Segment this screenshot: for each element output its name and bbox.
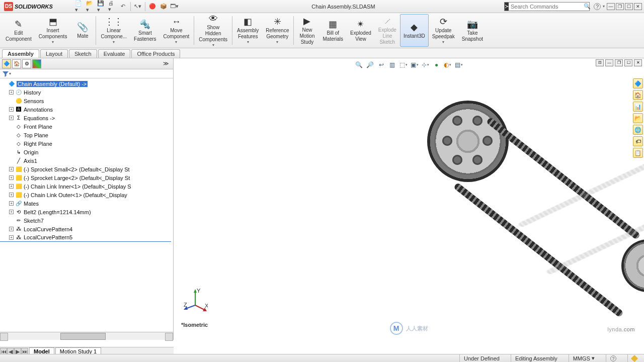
tree-node[interactable]: 🟡Sensors bbox=[0, 97, 173, 105]
doc-tab-assembly[interactable]: Assembly bbox=[2, 49, 39, 58]
property-manager-tab-icon[interactable]: 🏠 bbox=[12, 59, 21, 68]
zoom-area-icon[interactable]: 🔎 bbox=[366, 60, 375, 69]
doc-tab-office-products[interactable]: Office Products bbox=[131, 49, 180, 58]
feature-tree[interactable]: 🔷Chain Assembly (Default) ->+🕘History🟡Se… bbox=[0, 78, 173, 332]
filter-bar[interactable]: ▾ bbox=[0, 69, 173, 78]
ribbon-assembly[interactable]: ◧Assembly Features bbox=[233, 14, 262, 47]
status-rebuild-icon[interactable] bbox=[631, 354, 638, 361]
restore-button[interactable]: ❐ bbox=[616, 3, 624, 10]
tree-node[interactable]: +ΣEquations -> bbox=[0, 114, 173, 122]
tree-node[interactable]: ◇Top Plane bbox=[0, 131, 173, 139]
ribbon-smart[interactable]: 🔩Smart Fasteners bbox=[130, 14, 159, 47]
ribbon-edit[interactable]: ✎Edit Component bbox=[2, 14, 35, 47]
tree-node[interactable]: ✏Sketch7 bbox=[0, 216, 173, 225]
expand-icon[interactable]: + bbox=[9, 227, 14, 231]
expand-icon[interactable]: + bbox=[9, 90, 14, 95]
status-units[interactable]: MMGS ▾ bbox=[569, 354, 599, 362]
sw-resources-icon[interactable]: 🔷 bbox=[633, 78, 643, 88]
rebuild-icon[interactable]: 🔴 bbox=[148, 3, 156, 11]
tree-node[interactable]: 🔷Chain Assembly (Default) -> bbox=[0, 79, 173, 88]
ribbon-insert[interactable]: ⬒Insert Components bbox=[35, 14, 71, 47]
expand-icon[interactable]: + bbox=[9, 193, 14, 197]
tree-node[interactable]: +🅰Annotations bbox=[0, 105, 173, 114]
tree-node[interactable]: +🕘History bbox=[0, 88, 173, 97]
dropdown-arrow-icon[interactable] bbox=[276, 40, 278, 45]
vp-a-icon[interactable]: ⊡ bbox=[596, 59, 604, 66]
status-help-icon[interactable]: ? bbox=[610, 355, 616, 361]
scene-icon[interactable]: ◐ bbox=[443, 60, 452, 69]
expand-icon[interactable]: + bbox=[9, 235, 14, 240]
settings-icon[interactable]: 🗔▾ bbox=[171, 3, 179, 11]
expand-icon[interactable]: + bbox=[9, 175, 14, 180]
dropdown-arrow-icon[interactable] bbox=[212, 43, 214, 48]
tree-node[interactable]: +🟨(-) Sprocket Small<2> (Default<_Displa… bbox=[0, 165, 173, 173]
expand-icon[interactable]: + bbox=[9, 107, 14, 112]
expand-icon[interactable]: + bbox=[9, 116, 14, 120]
new-doc-icon[interactable]: 📄▾ bbox=[75, 3, 83, 11]
doc-tab-layout[interactable]: Layout bbox=[40, 49, 68, 58]
print-icon[interactable]: 🖨▾ bbox=[108, 3, 116, 11]
search-input[interactable] bbox=[509, 4, 582, 10]
select-icon[interactable]: ↖▾ bbox=[134, 3, 142, 11]
tree-node[interactable]: ◇Right Plane bbox=[0, 139, 173, 148]
vp-max-icon[interactable]: ☐ bbox=[624, 59, 632, 66]
tree-node[interactable]: ↳Origin bbox=[0, 148, 173, 156]
section-view-icon[interactable]: ▥ bbox=[388, 60, 397, 69]
ribbon-new[interactable]: ▶New Motion Study bbox=[295, 14, 319, 47]
ribbon-exploded[interactable]: ✴Exploded View bbox=[347, 14, 375, 47]
display-manager-tab-icon[interactable] bbox=[32, 59, 41, 68]
ribbon-reference[interactable]: ✳Reference Geometry bbox=[262, 14, 292, 47]
ribbon-mate[interactable]: 📎Mate bbox=[70, 14, 95, 47]
dropdown-arrow-icon[interactable] bbox=[442, 40, 444, 45]
graphics-viewport[interactable]: 🔍 🔎 ↩ ▥ ⬚ ▣ ⊹ ● ◐ ▤ ⊡ — ❐ ☐ ✕ 🔷 🏠 📊 📂 🌐 … bbox=[174, 58, 644, 340]
horizontal-scrollbar[interactable] bbox=[0, 332, 173, 340]
dropdown-arrow-icon[interactable] bbox=[175, 40, 177, 45]
tree-node[interactable]: +🟨(-) Sprocket Large<2> (Default<_Displa… bbox=[0, 173, 173, 182]
view-orientation-icon[interactable]: ⬚ bbox=[399, 60, 408, 69]
prev-view-icon[interactable]: ↩ bbox=[377, 60, 386, 69]
doc-tab-evaluate[interactable]: Evaluate bbox=[98, 49, 131, 58]
tree-node[interactable]: +🔗Mates bbox=[0, 199, 173, 208]
expand-icon[interactable]: + bbox=[9, 184, 14, 189]
search-commands[interactable]: ≻ 🔍 bbox=[504, 2, 590, 11]
zoom-fit-icon[interactable]: 🔍 bbox=[355, 60, 364, 69]
dropdown-arrow-icon[interactable] bbox=[113, 40, 115, 45]
search-icon[interactable]: 🔍 bbox=[582, 3, 592, 10]
doc-tab-sketch[interactable]: Sketch bbox=[69, 49, 97, 58]
appearance-icon[interactable]: ● bbox=[432, 60, 441, 69]
display-style-icon[interactable]: ▣ bbox=[410, 60, 419, 69]
config-manager-tab-icon[interactable]: ⚙ bbox=[22, 59, 31, 68]
expand-icon[interactable]: + bbox=[9, 210, 14, 214]
hide-show-icon[interactable]: ⊹ bbox=[421, 60, 430, 69]
save-icon[interactable]: 💾▾ bbox=[97, 3, 105, 11]
filter-icon[interactable] bbox=[2, 70, 9, 77]
vp-close-icon[interactable]: ✕ bbox=[634, 59, 642, 66]
help-icon[interactable]: ? bbox=[594, 3, 601, 10]
minimize-button[interactable]: — bbox=[607, 3, 615, 10]
ribbon-bill-of[interactable]: ▦Bill of Materials bbox=[319, 14, 347, 47]
tree-node[interactable]: ╱Axis1 bbox=[0, 156, 173, 165]
tree-node[interactable]: ◇Front Plane bbox=[0, 122, 173, 131]
undo-icon[interactable]: ↶ bbox=[119, 3, 127, 11]
view-settings-icon[interactable]: ▤ bbox=[454, 60, 463, 69]
ribbon-instant3d[interactable]: ◆Instant3D bbox=[400, 14, 429, 47]
tree-node[interactable]: +🟨(-) Chain Link Outer<1> (Default<_Disp… bbox=[0, 191, 173, 199]
expand-icon[interactable]: + bbox=[9, 201, 14, 206]
tree-node[interactable]: +⟲Belt2 (Length=1214.14mm) bbox=[0, 208, 173, 216]
ribbon-show[interactable]: 👁Show Hidden Components bbox=[195, 14, 231, 47]
feature-tree-tab-icon[interactable]: 🔷 bbox=[2, 59, 11, 68]
ribbon-explode[interactable]: ⟋Explode Line Sketch bbox=[375, 14, 400, 47]
close-button[interactable]: ✕ bbox=[634, 3, 642, 10]
open-icon[interactable]: 📂▾ bbox=[86, 3, 94, 11]
ribbon-linear[interactable]: ⋮⋮Linear Compone... bbox=[97, 14, 130, 47]
dropdown-arrow-icon[interactable] bbox=[247, 40, 249, 45]
ribbon-move[interactable]: ↔Move Component bbox=[160, 14, 193, 47]
dropdown-arrow-icon[interactable] bbox=[52, 40, 54, 45]
maximize-button[interactable]: ☐ bbox=[625, 3, 633, 10]
scrollbar-thumb[interactable] bbox=[60, 333, 106, 340]
tree-node[interactable]: +🟨(-) Chain Link Inner<1> (Default<_Disp… bbox=[0, 182, 173, 191]
tree-node[interactable]: +⁂LocalCurvePattern5 bbox=[0, 233, 171, 242]
options-icon[interactable]: 📦 bbox=[159, 3, 168, 11]
tree-node[interactable]: +⁂LocalCurvePattern4 bbox=[0, 225, 173, 233]
expand-icon[interactable]: + bbox=[9, 167, 14, 171]
